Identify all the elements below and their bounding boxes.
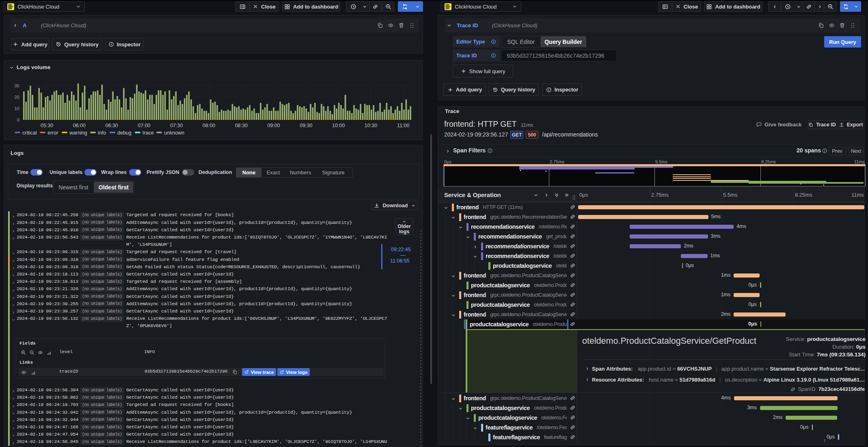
svg-text:08:00: 08:00	[203, 123, 215, 128]
svg-text:09:30: 09:30	[300, 123, 312, 128]
svg-text:warning: warning	[69, 130, 87, 136]
svg-text:06:30: 06:30	[105, 123, 118, 128]
svg-text:info: info	[98, 130, 106, 136]
svg-text:critical: critical	[22, 130, 37, 136]
svg-text:09:00: 09:00	[267, 123, 280, 128]
svg-text:06:00: 06:00	[73, 123, 86, 128]
svg-text:11:00: 11:00	[397, 123, 409, 128]
svg-text:20: 20	[14, 95, 19, 100]
svg-text:10:30: 10:30	[365, 123, 377, 128]
svg-text:30: 30	[14, 83, 19, 88]
svg-text:debug: debug	[117, 130, 132, 136]
svg-text:08:30: 08:30	[235, 123, 248, 128]
svg-text:trace: trace	[143, 130, 154, 136]
svg-text:07:00: 07:00	[138, 123, 150, 128]
svg-text:05:30: 05:30	[41, 123, 53, 128]
svg-text:10: 10	[14, 106, 19, 111]
svg-text:unknown: unknown	[164, 130, 184, 136]
svg-text:0: 0	[17, 117, 19, 122]
svg-text:error: error	[48, 130, 58, 136]
svg-text:07:30: 07:30	[170, 123, 183, 128]
svg-text:10:00: 10:00	[332, 123, 345, 128]
